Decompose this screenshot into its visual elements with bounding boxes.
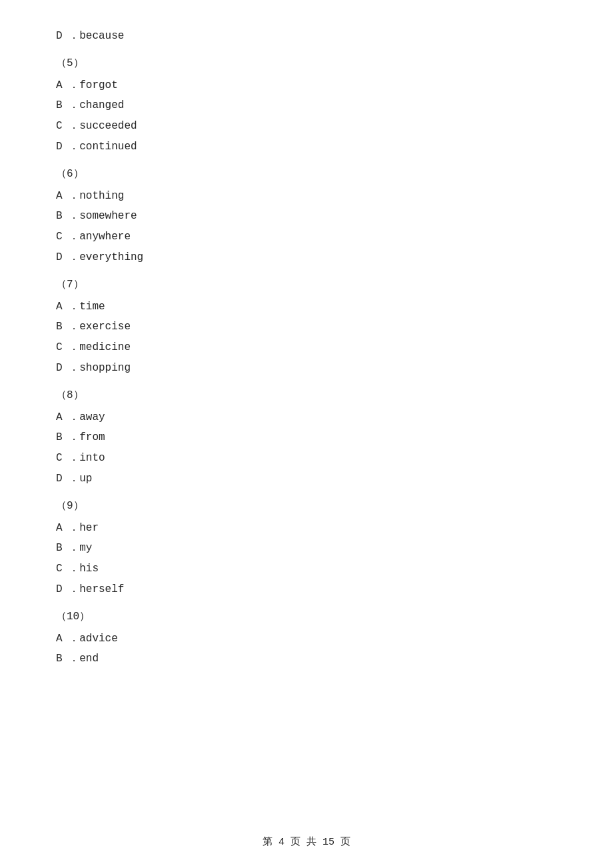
section-number: （6） [53, 165, 560, 184]
option-item: C ．succeeded [53, 117, 560, 136]
option-item: A ．nothing [53, 187, 560, 206]
page-footer: 第 4 页 共 15 页 [0, 835, 613, 848]
option-item: C ．anywhere [53, 227, 560, 247]
option-item: A ．advice [53, 629, 560, 649]
section-number: （5） [53, 54, 560, 73]
section-number: （7） [53, 275, 560, 295]
option-item: D ．because [53, 27, 560, 46]
section-number: （10） [53, 607, 560, 627]
option-item: D ．everything [53, 248, 560, 267]
option-item: D ．shopping [53, 359, 560, 378]
option-item: C ．into [53, 449, 560, 468]
option-item: B ．somewhere [53, 207, 560, 226]
option-item: C ．his [53, 559, 560, 579]
option-item: B ．end [53, 649, 560, 669]
option-item: A ．time [53, 297, 560, 317]
option-item: B ．changed [53, 96, 560, 115]
option-item: A ．away [53, 408, 560, 427]
section-number: （8） [53, 386, 560, 405]
option-item: A ．forgot [53, 76, 560, 95]
option-item: D ．up [53, 469, 560, 489]
option-item: B ．exercise [53, 317, 560, 337]
option-item: B ．from [53, 428, 560, 447]
option-item: B ．my [53, 539, 560, 558]
page-content: D ．because（5）A ．forgotB ．changedC ．succe… [0, 0, 613, 710]
option-item: C ．medicine [53, 338, 560, 357]
section-number: （9） [53, 497, 560, 516]
option-item: D ．herself [53, 580, 560, 599]
option-item: A ．her [53, 519, 560, 538]
option-item: D ．continued [53, 137, 560, 157]
